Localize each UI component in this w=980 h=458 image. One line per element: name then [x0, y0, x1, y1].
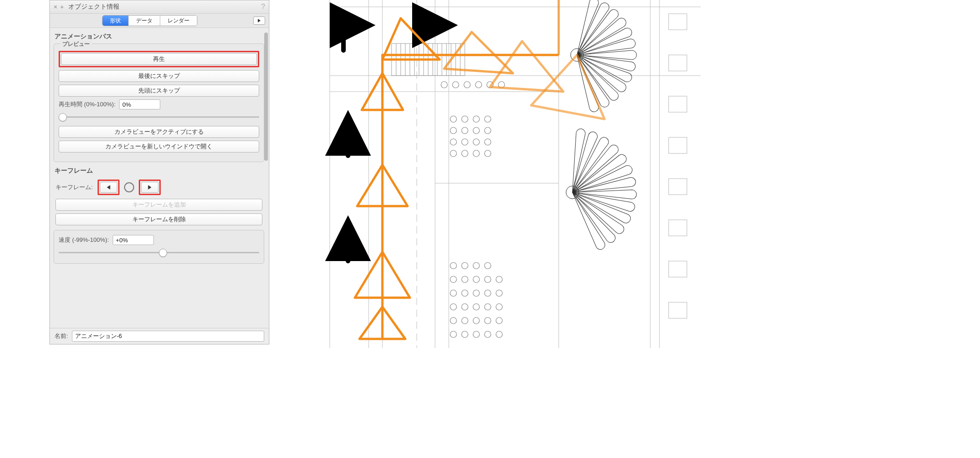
svg-point-83 [450, 331, 457, 338]
keyframe-marker-icon[interactable] [124, 182, 134, 192]
title-bar: × + オブジェクト情報 ? [50, 0, 269, 14]
svg-point-54 [485, 139, 491, 145]
section-keyframes: キーフレーム [52, 167, 266, 178]
svg-point-39 [464, 82, 470, 88]
keyframe-label: キーフレーム: [55, 183, 93, 191]
delete-keyframe-button[interactable]: キーフレームを削除 [55, 213, 262, 225]
highlight-next-keyframe [139, 180, 161, 195]
svg-point-85 [473, 331, 479, 338]
panel-title: オブジェクト情報 [67, 3, 257, 11]
spiral-stair-1 [571, 0, 637, 113]
svg-point-60 [462, 262, 468, 269]
svg-point-64 [462, 276, 468, 283]
svg-point-45 [473, 116, 479, 122]
svg-point-52 [462, 139, 468, 145]
triangle-left-icon [106, 185, 111, 190]
plan-columns [441, 82, 505, 338]
svg-point-73 [450, 304, 457, 310]
svg-point-80 [473, 317, 479, 324]
svg-point-40 [475, 82, 482, 88]
svg-point-76 [485, 304, 491, 310]
speed-input[interactable]: +0% [113, 235, 154, 245]
preview-label: プレビュー [60, 40, 92, 48]
preview-box: プレビュー 再生 最後にスキップ 先頭にスキップ 再生時間 (0%-100%):… [54, 44, 264, 162]
scrollbar-thumb[interactable] [264, 33, 268, 161]
svg-point-77 [496, 304, 502, 310]
svg-point-38 [452, 82, 459, 88]
tab-group: 形状 データ レンダー [102, 15, 197, 26]
open-camera-window-button[interactable]: カメラビューを新しいウインドウで開く [59, 141, 259, 153]
svg-point-66 [485, 276, 491, 283]
svg-point-47 [450, 127, 457, 134]
next-keyframe-button[interactable] [141, 182, 158, 193]
svg-point-48 [462, 127, 468, 134]
speed-box: 速度 (-99%-100%): +0% [54, 230, 264, 264]
svg-point-74 [462, 304, 468, 310]
speed-slider[interactable] [59, 248, 259, 257]
svg-point-46 [485, 116, 491, 122]
prev-keyframe-button[interactable] [100, 182, 117, 193]
triangle-right-icon [147, 185, 152, 190]
playback-time-slider[interactable] [59, 112, 259, 121]
name-bar: 名前: アニメーション-6 [50, 328, 269, 344]
skip-first-button[interactable]: 先頭にスキップ [59, 85, 259, 97]
name-input[interactable]: アニメーション-6 [72, 331, 264, 342]
svg-point-53 [473, 139, 479, 145]
name-label: 名前: [54, 332, 68, 340]
svg-rect-17 [669, 179, 687, 195]
svg-point-69 [462, 290, 468, 296]
svg-point-55 [450, 150, 457, 157]
tab-render[interactable]: レンダー [160, 16, 197, 26]
help-icon[interactable]: ? [257, 3, 269, 11]
plan-blocks [669, 14, 687, 318]
scroll-area: アニメーションパス プレビュー 再生 最後にスキップ 先頭にスキップ 再生時間 … [50, 28, 269, 328]
svg-rect-16 [669, 137, 687, 153]
drawing-svg [302, 0, 714, 348]
object-info-panel: × + オブジェクト情報 ? 形状 データ レンダー アニメーションパス [49, 0, 269, 344]
svg-point-79 [462, 317, 468, 324]
tab-shape[interactable]: 形状 [103, 16, 129, 26]
drawing-canvas[interactable] [302, 0, 714, 348]
svg-point-82 [496, 317, 502, 324]
add-icon[interactable]: + [60, 3, 64, 11]
skip-last-button[interactable]: 最後にスキップ [59, 70, 259, 82]
svg-point-62 [485, 262, 491, 269]
scrollbar[interactable] [264, 31, 268, 326]
tab-data[interactable]: データ [129, 16, 160, 26]
tabs-row: 形状 データ レンダー [50, 14, 269, 28]
svg-point-50 [485, 127, 491, 134]
svg-point-49 [473, 127, 479, 134]
activate-camera-button[interactable]: カメラビューをアクティブにする [59, 126, 259, 138]
svg-point-65 [473, 276, 479, 283]
speed-label: 速度 (-99%-100%): [59, 236, 109, 244]
svg-point-59 [450, 262, 457, 269]
svg-point-72 [496, 290, 502, 296]
svg-point-71 [485, 290, 491, 296]
svg-point-56 [462, 150, 468, 157]
svg-point-75 [473, 304, 479, 310]
svg-rect-20 [669, 302, 687, 318]
svg-point-81 [485, 317, 491, 324]
spiral-stair-2 [566, 128, 637, 251]
close-icon[interactable]: × [54, 3, 57, 11]
highlight-prev-keyframe [98, 180, 120, 195]
slider-knob[interactable] [159, 249, 167, 257]
svg-point-37 [441, 82, 447, 88]
playback-time-label: 再生時間 (0%-100%): [59, 100, 115, 109]
svg-point-61 [473, 262, 479, 269]
svg-rect-13 [669, 14, 687, 30]
svg-point-84 [462, 331, 468, 338]
svg-point-51 [450, 139, 457, 145]
disclosure-button[interactable] [253, 16, 265, 25]
svg-point-58 [485, 150, 491, 157]
add-keyframe-button[interactable]: キーフレームを追加 [55, 199, 262, 211]
playback-time-input[interactable]: 0% [119, 99, 160, 109]
svg-point-57 [473, 150, 479, 157]
svg-point-44 [462, 116, 468, 122]
highlight-play: 再生 [59, 51, 259, 67]
camera-path [355, 0, 604, 339]
play-button[interactable]: 再生 [61, 53, 257, 65]
svg-rect-18 [669, 220, 687, 236]
slider-knob[interactable] [59, 113, 67, 121]
svg-point-63 [450, 276, 457, 283]
